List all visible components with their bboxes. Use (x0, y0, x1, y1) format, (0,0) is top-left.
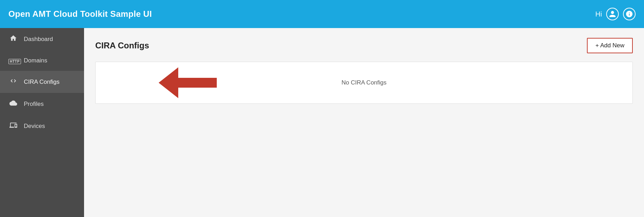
content-header: CIRA Configs + Add New (95, 38, 633, 53)
content-area: CIRA Configs + Add New No CIRA Configs (84, 28, 644, 217)
sidebar-item-cira-configs[interactable]: CIRA Configs (0, 71, 84, 93)
home-icon (8, 34, 18, 44)
main-layout: Dashboard HTTP Domains CIRA Configs Prof… (0, 28, 644, 217)
http-icon: HTTP (8, 56, 18, 65)
sidebar-item-devices[interactable]: Devices (0, 115, 84, 137)
devices-icon (8, 121, 18, 131)
red-arrow-annotation (159, 67, 217, 98)
top-header: Open AMT Cloud Toolkit Sample UI Hi (0, 0, 644, 28)
sidebar-item-dashboard-label: Dashboard (24, 36, 53, 43)
arrow-head (159, 67, 178, 98)
cira-icon (8, 77, 18, 87)
sidebar-item-devices-label: Devices (24, 123, 45, 130)
sidebar-item-domains[interactable]: HTTP Domains (0, 50, 84, 71)
add-new-button[interactable]: + Add New (587, 38, 633, 53)
user-icon[interactable] (606, 8, 619, 20)
sidebar: Dashboard HTTP Domains CIRA Configs Prof… (0, 28, 84, 217)
app-title: Open AMT Cloud Toolkit Sample UI (8, 9, 152, 19)
sidebar-item-cira-label: CIRA Configs (24, 79, 60, 86)
arrow-body (178, 78, 217, 88)
sidebar-item-profiles[interactable]: Profiles (0, 93, 84, 115)
cira-configs-table: No CIRA Configs (95, 62, 633, 104)
header-right: Hi (595, 8, 636, 20)
sidebar-item-dashboard[interactable]: Dashboard (0, 28, 84, 50)
cloud-icon (8, 99, 18, 109)
no-data-message: No CIRA Configs (341, 79, 387, 86)
header-left: Open AMT Cloud Toolkit Sample UI (8, 9, 152, 19)
page-title: CIRA Configs (95, 41, 149, 50)
sidebar-item-domains-label: Domains (24, 57, 47, 64)
sidebar-item-profiles-label: Profiles (24, 101, 44, 108)
hi-label: Hi (595, 10, 602, 18)
info-icon[interactable] (623, 8, 636, 20)
